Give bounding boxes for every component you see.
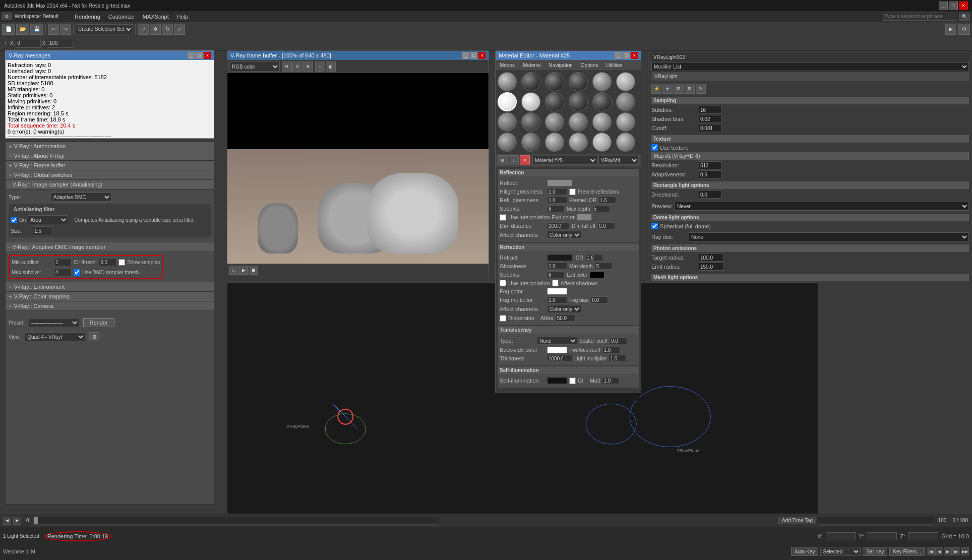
reflection-title[interactable]: Reflection: [498, 169, 639, 176]
refr-interp-check[interactable]: [500, 280, 506, 286]
section-environment[interactable]: + V-Ray:: Environment: [6, 282, 214, 292]
fresnel-check[interactable]: [569, 189, 576, 195]
si-gi-check[interactable]: [569, 378, 576, 384]
fb-btn-g[interactable]: G: [292, 61, 302, 72]
section-authorization[interactable]: + V-Ray:: Authorization: [6, 142, 214, 151]
directional-input[interactable]: [699, 191, 721, 199]
refl-subdivs-input[interactable]: [547, 205, 565, 212]
me-sphere-16[interactable]: [569, 112, 588, 132]
me-sphere-4[interactable]: [569, 72, 588, 91]
me-maximize[interactable]: □: [623, 52, 630, 59]
toolbar-undo[interactable]: ↩: [48, 24, 59, 35]
use-texture-check[interactable]: [651, 144, 658, 151]
fb-btn-b[interactable]: B: [303, 61, 313, 72]
selected-select[interactable]: Selected: [820, 547, 861, 556]
render-btn[interactable]: Render: [83, 318, 114, 327]
fb-color-mode[interactable]: RGB color: [229, 61, 280, 72]
max-subdiv-input[interactable]: [54, 268, 72, 276]
rp-icon-1[interactable]: ⚡: [651, 84, 661, 94]
me-menu-options[interactable]: Options: [577, 61, 602, 69]
scatter-input[interactable]: [610, 337, 627, 344]
timeline-play[interactable]: ▶: [13, 517, 21, 525]
nav-last[interactable]: ▶▶: [961, 547, 969, 555]
x-value-input[interactable]: [48, 39, 73, 48]
me-sphere-selected[interactable]: [498, 92, 517, 111]
aa-type-select[interactable]: Area: [28, 215, 68, 224]
rp-icon-5[interactable]: ✎: [696, 84, 706, 94]
me-sphere-9[interactable]: [545, 92, 564, 111]
fb-maximize[interactable]: □: [470, 52, 477, 59]
fog-mult-input[interactable]: [547, 296, 567, 303]
toolbar-move[interactable]: ✥: [150, 24, 161, 35]
me-sphere-6[interactable]: [616, 72, 635, 91]
me-get-from-scene[interactable]: ↓: [509, 155, 519, 165]
z-pos-input[interactable]: [908, 532, 938, 540]
refr-subdivs-input[interactable]: [547, 271, 565, 278]
me-sphere-11[interactable]: [592, 92, 612, 111]
clr-thresh-input[interactable]: [99, 258, 116, 266]
light-mult-input[interactable]: [609, 355, 626, 362]
toolbar-new[interactable]: 📄: [2, 24, 15, 35]
thickness-input[interactable]: [547, 355, 572, 362]
me-menu-material[interactable]: Material: [519, 61, 545, 69]
menu-maxscript[interactable]: MAXScript: [139, 13, 173, 21]
me-sphere-23[interactable]: [592, 133, 612, 152]
me-pick-material[interactable]: ⊕: [498, 155, 508, 165]
me-sphere-21[interactable]: [545, 133, 564, 152]
rp-icon-2[interactable]: ▼: [662, 84, 673, 94]
spherical-check[interactable]: [651, 223, 658, 229]
refr-maxd-input[interactable]: [595, 263, 613, 270]
si-mult-input[interactable]: [602, 377, 620, 384]
reflect-color[interactable]: [547, 179, 572, 186]
me-sphere-19[interactable]: [498, 133, 517, 152]
refr-exit-swatch[interactable]: [589, 271, 604, 278]
section-framebuffer[interactable]: + V-Ray:: Frame buffer: [6, 161, 214, 170]
toolbar-scale[interactable]: ⤢: [174, 24, 185, 35]
fog-color-swatch[interactable]: [547, 288, 567, 295]
me-sphere-22[interactable]: [569, 133, 588, 152]
nav-prev[interactable]: ◀: [935, 547, 943, 555]
rp-icon-3[interactable]: ⊞: [674, 84, 684, 94]
section-about[interactable]: + V-Ray:: About V-Ray: [6, 151, 214, 161]
menu-help[interactable]: Help: [173, 13, 193, 21]
rp-icon-4[interactable]: ⊠: [685, 84, 695, 94]
refraction-title[interactable]: Refraction: [498, 243, 639, 251]
ior-input[interactable]: [585, 254, 603, 261]
use-interp-check[interactable]: [500, 214, 506, 221]
abbe-input[interactable]: [556, 315, 576, 322]
x-coord-input[interactable]: [16, 39, 41, 48]
preview-select[interactable]: Never: [675, 202, 969, 211]
me-type-select[interactable]: VRayMtl: [598, 156, 639, 165]
fb-close[interactable]: ✕: [478, 52, 485, 59]
nav-next[interactable]: ▶|: [952, 547, 960, 555]
vray-light-item[interactable]: VRayLight: [651, 72, 969, 81]
section-camera[interactable]: + V-Ray:: Camera: [6, 301, 214, 311]
resolution-input[interactable]: [699, 161, 721, 169]
auto-key-btn[interactable]: Auto Key: [791, 547, 819, 556]
adapt-input[interactable]: [699, 170, 721, 178]
fb-btn-r[interactable]: R: [282, 61, 292, 72]
maximize-btn[interactable]: □: [949, 2, 958, 10]
vm-minimize[interactable]: _: [188, 52, 195, 59]
toolbar-open[interactable]: 📂: [16, 24, 29, 35]
affect-ch-select[interactable]: Color only: [547, 231, 581, 239]
fb-bottom-btn-2[interactable]: ▶: [239, 266, 248, 275]
me-sphere-15[interactable]: [545, 112, 564, 132]
fb-bottom-btn-1[interactable]: □: [229, 266, 238, 275]
map-btn[interactable]: Map #1 (VRayHDRI): [651, 152, 969, 160]
me-delete[interactable]: ✕: [520, 155, 530, 165]
target-radius-input[interactable]: [699, 254, 724, 262]
close-btn[interactable]: ✕: [959, 2, 968, 10]
set-key-btn[interactable]: Set Key: [863, 547, 887, 556]
ray-dist-select[interactable]: None: [689, 232, 969, 241]
shadow-bias-input[interactable]: [699, 115, 721, 123]
fresnel-ior-input[interactable]: [598, 197, 616, 204]
toolbar-save[interactable]: 💾: [30, 24, 43, 35]
fb-bottom-btn-3[interactable]: ⏹: [249, 266, 258, 275]
aa-size-input[interactable]: [33, 226, 53, 235]
fb-btn-1[interactable]: ○: [315, 61, 325, 72]
me-sphere-18[interactable]: [616, 112, 635, 132]
search-btn[interactable]: 🔍: [959, 13, 970, 21]
toolbar-render[interactable]: ▶: [945, 24, 956, 35]
me-menu-modes[interactable]: Modes: [496, 61, 519, 69]
